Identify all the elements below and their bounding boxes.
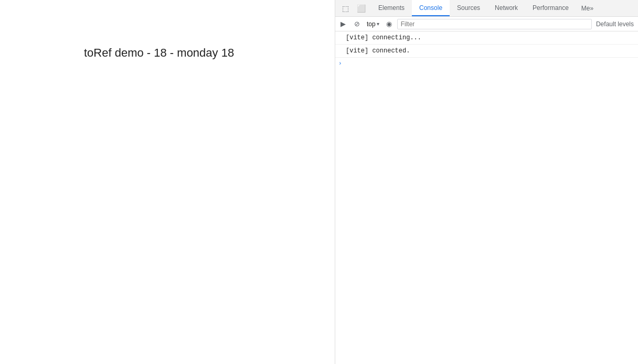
tab-elements[interactable]: Elements: [371, 0, 412, 16]
top-context-label: top: [367, 20, 376, 28]
console-message-connected-text: [vite] connected.: [346, 46, 410, 56]
top-context-dropdown[interactable]: top ▾: [365, 19, 381, 29]
eye-icon: ◉: [386, 20, 392, 28]
page-content-text: toRef demo - 18 - monday 18: [84, 46, 234, 60]
main-page: toRef demo - 18 - monday 18: [0, 0, 335, 364]
tab-console[interactable]: Console: [412, 0, 450, 16]
devtools-toolbar: ⬚ ⬜ Elements Console Sources Network Per…: [335, 0, 638, 17]
devtools-tabs: Elements Console Sources Network Perform…: [371, 0, 638, 16]
clear-icon: ⊘: [354, 20, 360, 28]
chevron-down-icon: ▾: [377, 21, 379, 27]
device-icon: ⬜: [357, 4, 366, 13]
console-message-connecting-text: [vite] connecting...: [346, 33, 421, 42]
console-prompt-icon: ›: [338, 60, 342, 67]
inspect-icon: ⬚: [342, 4, 349, 13]
console-play-button[interactable]: ▶: [337, 18, 349, 30]
play-icon: ▶: [341, 20, 346, 28]
devtools-icons-left: ⬚ ⬜: [335, 2, 371, 15]
tab-performance[interactable]: Performance: [525, 0, 576, 16]
console-prompt-input[interactable]: [346, 60, 634, 67]
console-clear-button[interactable]: ⊘: [351, 18, 363, 30]
console-filter-input[interactable]: [397, 19, 592, 29]
device-toggle-button[interactable]: ⬜: [354, 2, 368, 15]
console-message-connecting: [vite] connecting...: [335, 31, 638, 45]
tab-sources[interactable]: Sources: [450, 0, 487, 16]
inspect-element-button[interactable]: ⬚: [338, 2, 352, 15]
console-toolbar: ▶ ⊘ top ▾ ◉ Default levels: [335, 17, 638, 31]
console-message-connected: [vite] connected.: [335, 45, 638, 58]
console-messages: [vite] connecting... [vite] connected. ›: [335, 31, 638, 364]
console-eye-button[interactable]: ◉: [384, 18, 395, 30]
devtools-panel: ⬚ ⬜ Elements Console Sources Network Per…: [335, 0, 638, 364]
tab-network[interactable]: Network: [487, 0, 525, 16]
console-input-row: ›: [335, 58, 638, 69]
tab-more[interactable]: Me»: [576, 0, 599, 16]
default-levels-dropdown[interactable]: Default levels: [594, 20, 636, 28]
